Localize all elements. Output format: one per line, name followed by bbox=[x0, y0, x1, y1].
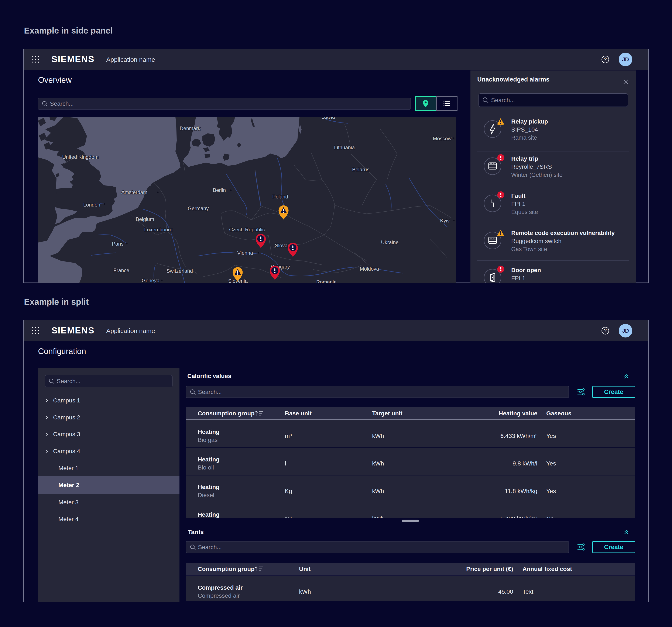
svg-text:Ukraine: Ukraine bbox=[381, 240, 399, 245]
svg-text:Latvia: Latvia bbox=[321, 117, 335, 120]
svg-text:Vienna: Vienna bbox=[237, 250, 253, 256]
svg-text:Denmark: Denmark bbox=[180, 125, 200, 131]
svg-text:Lithuania: Lithuania bbox=[334, 145, 355, 150]
svg-text:Germany: Germany bbox=[188, 205, 209, 211]
svg-text:Paris: Paris bbox=[112, 241, 124, 247]
svg-text:Belgium: Belgium bbox=[136, 216, 154, 222]
svg-text:Belarus: Belarus bbox=[352, 167, 369, 172]
svg-text:Switzerland: Switzerland bbox=[167, 268, 193, 274]
svg-text:?: ? bbox=[604, 56, 606, 62]
svg-text:Poland: Poland bbox=[272, 194, 288, 200]
svg-text:?: ? bbox=[604, 328, 606, 333]
svg-text:Romania: Romania bbox=[316, 279, 337, 283]
svg-text:Kyiv: Kyiv bbox=[440, 218, 450, 224]
svg-text:Geneva: Geneva bbox=[142, 278, 160, 283]
svg-text:Czech Republic: Czech Republic bbox=[229, 227, 265, 232]
svg-text:Luxembourg: Luxembourg bbox=[144, 227, 172, 232]
svg-text:France: France bbox=[114, 268, 129, 273]
svg-text:Moscow: Moscow bbox=[433, 135, 452, 141]
svg-text:Amsterdam: Amsterdam bbox=[121, 189, 147, 195]
svg-text:Moldova: Moldova bbox=[360, 266, 379, 272]
svg-text:London: London bbox=[83, 202, 100, 207]
svg-text:Berlin: Berlin bbox=[213, 187, 226, 193]
svg-text:United Kingdom: United Kingdom bbox=[62, 154, 99, 160]
